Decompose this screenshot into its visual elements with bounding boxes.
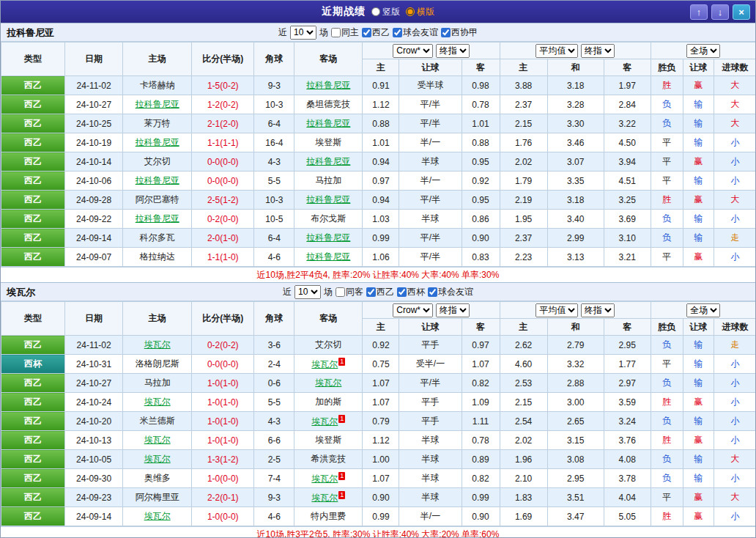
filter-league-1[interactable]: 西乙 [366,286,394,298]
league-checkbox[interactable] [362,28,371,37]
average-time-select[interactable]: 终指 [581,44,615,58]
league-checkbox[interactable] [397,287,407,297]
team-link[interactable]: 拉科鲁尼亚 [136,213,179,224]
team-link[interactable]: 埃瓦尔 [311,359,338,369]
avg-away-cell: 3.10 [604,229,651,248]
team-link[interactable]: 拉科鲁尼亚 [306,118,350,128]
team-link[interactable]: 埃瓦尔 [144,339,171,350]
layout-horizontal-radio[interactable] [406,7,415,16]
odds-time-select[interactable]: 终指 [436,44,470,58]
team-link[interactable]: 特内里费 [311,511,346,521]
scope-select[interactable]: 全场 [686,44,720,58]
scope-group-header: 全场 [651,302,756,319]
scope-select[interactable]: 全场 [686,303,720,317]
team-link[interactable]: 拉科鲁尼亚 [136,99,179,109]
checkbox-label: 球会友谊 [403,26,438,39]
match-row: 西乙24-11-02埃瓦尔0-2(0-2)3-6艾尔切0.92平手0.972.6… [1,336,756,355]
team-link[interactable]: 米兰德斯 [140,416,175,426]
team-link[interactable]: 拉科鲁尼亚 [136,137,179,147]
odds-company-select[interactable]: Crow* [393,44,433,58]
filter-same-venue[interactable]: 同主 [331,26,359,39]
avg-home-cell: 1.83 [500,488,547,507]
team-link[interactable]: 埃瓦尔 [144,397,171,407]
team-link[interactable]: 拉科鲁尼亚 [306,80,350,90]
team-link[interactable]: 艾尔切 [144,156,171,166]
odds-company-select[interactable]: Crow* [393,303,433,317]
team-link[interactable]: 卡塔赫纳 [140,80,175,90]
team-link[interactable]: 马拉加 [315,175,341,185]
team-link[interactable]: 科尔多瓦 [140,232,175,243]
odds-time-select[interactable]: 终指 [436,303,470,317]
handicap-result-cell: 赢 [683,507,714,526]
team-link[interactable]: 拉科鲁尼亚 [306,156,350,166]
league-type-cell: 西乙 [1,95,65,114]
team-link[interactable]: 埃瓦尔 [311,473,338,484]
handicap-cell: 半球 [399,152,462,172]
team-link[interactable]: 埃瓦尔 [311,493,338,503]
home-odds-cell: 0.75 [363,355,399,374]
average-select[interactable]: 平均值 [536,44,578,58]
team-link[interactable]: 拉科鲁尼亚 [306,232,350,243]
team-link[interactable]: 埃瓦尔 [311,416,338,427]
team-link[interactable]: 拉科鲁尼亚 [306,194,350,204]
handicap-cell: 半球 [399,431,462,450]
team-link[interactable]: 格拉纳达 [140,251,175,262]
average-group-header: 平均值 终指 [500,302,651,319]
match-count-select[interactable]: 10 [290,26,316,40]
team-link[interactable]: 桑坦德竞技 [306,99,350,109]
layout-vertical-option[interactable]: 竖版 [371,6,400,18]
scroll-up-button[interactable]: ↑ [690,4,708,20]
team-link[interactable]: 阿尔巴塞特 [136,194,179,204]
close-button[interactable]: × [733,4,750,20]
league-checkbox[interactable] [366,287,376,297]
team-link[interactable]: 希洪竞技 [311,454,346,464]
team-link[interactable]: 洛格朗尼斯 [136,358,179,369]
home-team-cell: 拉科鲁尼亚 [123,210,192,229]
same-venue-checkbox[interactable] [336,287,345,297]
team-link[interactable]: 埃登斯 [315,137,341,147]
league-checkbox[interactable] [393,28,402,37]
score-cell: 2-1(2-0) [192,114,254,133]
handicap-result-cell: 输 [683,114,714,133]
average-select[interactable]: 平均值 [536,303,578,317]
team-link[interactable]: 拉科鲁尼亚 [306,251,350,262]
avg-home-cell: 1.79 [500,172,547,191]
avg-draw-cell: 3.32 [547,355,604,374]
team-link[interactable]: 布尔戈斯 [311,213,346,224]
average-time-select[interactable]: 终指 [581,303,615,317]
team-link[interactable]: 埃瓦尔 [144,511,171,521]
league-checkbox[interactable] [428,287,437,297]
away-odds-cell: 0.99 [462,488,500,507]
filter-league-3[interactable]: 球会友谊 [428,286,473,298]
team-link[interactable]: 莱万特 [144,118,171,128]
layout-vertical-radio[interactable] [371,7,380,16]
corner-cell: 16-4 [254,133,294,152]
team-link[interactable]: 加的斯 [315,397,341,407]
team-link[interactable]: 埃登斯 [315,435,341,445]
average-group-header: 平均值 终指 [500,43,651,59]
avg-draw-cell: 3.30 [547,114,604,133]
goals-result-cell: 大 [714,191,756,210]
team-link[interactable]: 拉科鲁尼亚 [136,175,179,185]
league-checkbox[interactable] [441,28,451,37]
team-link[interactable]: 马拉加 [144,377,171,388]
filter-same-venue[interactable]: 同客 [336,286,363,298]
filter-league-2[interactable]: 球会友谊 [393,26,438,39]
same-venue-checkbox[interactable] [331,28,341,37]
match-row: 西乙24-10-27拉科鲁尼亚1-2(0-2)10-3桑坦德竞技1.12平/半0… [1,95,756,114]
team-link[interactable]: 阿尔梅里亚 [136,492,179,502]
team-link[interactable]: 奥维多 [144,473,171,483]
team-link[interactable]: 埃瓦尔 [144,435,171,445]
handicap-cell: 平手 [399,412,462,431]
avg-draw-cell: 3.07 [547,152,604,172]
filter-league-1[interactable]: 西乙 [362,26,390,39]
goals-result-cell: 小 [714,374,756,393]
layout-horizontal-option[interactable]: 横版 [406,6,434,18]
team-link[interactable]: 埃瓦尔 [315,377,341,388]
filter-league-3[interactable]: 西协甲 [441,26,478,39]
match-count-select[interactable]: 10 [294,285,321,299]
filter-league-2[interactable]: 西杯 [397,286,425,298]
scroll-down-button[interactable]: ↓ [711,4,729,20]
team-link[interactable]: 埃瓦尔 [144,454,171,464]
team-link[interactable]: 艾尔切 [315,339,341,350]
